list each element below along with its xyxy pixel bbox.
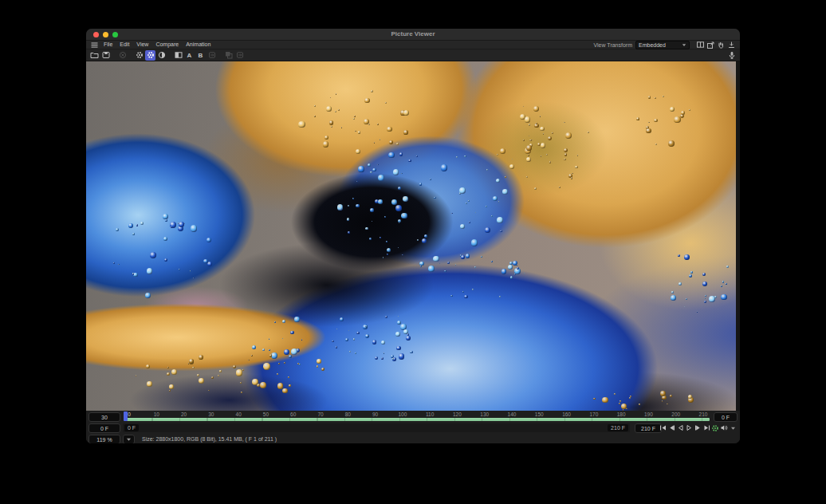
bubble: [564, 122, 565, 124]
view-transform-value: Embedded: [639, 42, 666, 48]
bubble: [399, 152, 403, 156]
menu-file[interactable]: File: [104, 41, 112, 49]
bubble: [549, 161, 552, 163]
bubble: [150, 252, 156, 258]
bubble: [481, 256, 482, 258]
current-frame-field[interactable]: 0 F: [714, 412, 738, 422]
split-view-icon[interactable]: [696, 41, 704, 49]
bubble: [671, 291, 674, 293]
menu-view[interactable]: View: [136, 41, 148, 49]
zoom-options-button[interactable]: [123, 435, 135, 443]
copy-a-icon: [225, 51, 233, 59]
step-back-button[interactable]: [667, 423, 675, 432]
microphone-icon: [728, 51, 736, 60]
bubble: [192, 367, 195, 369]
ruler-tick-label: 60: [290, 411, 296, 417]
bubble: [297, 363, 299, 364]
bubble: [396, 346, 400, 350]
bubble: [355, 352, 356, 354]
bubble: [392, 358, 394, 360]
download-icon[interactable]: [727, 41, 735, 49]
ruler-tick-label: 180: [617, 411, 626, 417]
picture-viewer-window: Picture Viewer File Edit View Compare An…: [86, 29, 740, 443]
range-start-field[interactable]: 0 F: [88, 423, 120, 433]
skip-to-end-icon: [703, 424, 710, 431]
bubble: [464, 295, 468, 299]
skip-to-start-button[interactable]: [659, 423, 667, 432]
bubble: [424, 234, 427, 238]
play-forward-button[interactable]: [685, 423, 693, 432]
bubble: [368, 124, 370, 125]
bubble: [278, 363, 280, 364]
bubble: [459, 187, 466, 194]
open-folder-button[interactable]: [89, 50, 100, 61]
bubble: [500, 230, 502, 232]
playback-options-button[interactable]: [729, 423, 737, 432]
channel-b-button[interactable]: B: [195, 50, 206, 61]
bubble: [451, 213, 453, 215]
ab-compare-button[interactable]: [173, 50, 183, 61]
chevron-down-icon: [730, 426, 736, 431]
sound-toggle-button[interactable]: [720, 423, 728, 432]
bubble: [401, 173, 403, 175]
bubble: [290, 331, 294, 335]
bubble: [348, 330, 350, 332]
range-end-marker[interactable]: 210 F: [608, 424, 628, 431]
menu-edit[interactable]: Edit: [120, 41, 129, 49]
menu-animation[interactable]: Animation: [186, 41, 210, 49]
bubble: [289, 384, 291, 387]
settings-gear-button[interactable]: [134, 50, 144, 61]
save-button[interactable]: [100, 50, 111, 61]
copy-b-icon: [236, 51, 244, 59]
bubble: [416, 156, 418, 157]
bubble: [291, 348, 297, 355]
range-end-field[interactable]: 210 F: [635, 423, 662, 433]
bubble: [372, 221, 373, 222]
bubble: [422, 238, 427, 243]
bubble: [365, 327, 367, 329]
timeline-ruler[interactable]: 0102030405060708090100110120130140150160…: [123, 411, 711, 422]
zoom-button[interactable]: [112, 32, 118, 37]
bubble: [704, 298, 706, 300]
bubble: [726, 283, 727, 285]
bubble: [271, 352, 277, 359]
skip-to-end-button[interactable]: [702, 423, 710, 432]
range-start-marker[interactable]: 0 F: [124, 424, 139, 431]
play-forward-icon: [686, 424, 693, 431]
view-transform-select[interactable]: Embedded: [635, 41, 690, 49]
bubble: [541, 143, 546, 148]
open-external-icon[interactable]: [706, 41, 714, 49]
menu-compare[interactable]: Compare: [155, 41, 179, 49]
bubble: [323, 141, 328, 147]
bubble: [348, 231, 350, 234]
framerate-field[interactable]: 30: [88, 412, 120, 422]
step-forward-button[interactable]: [694, 423, 702, 432]
loop-toggle-button[interactable]: [711, 423, 719, 432]
contrast-button[interactable]: [156, 50, 167, 61]
bubble: [380, 237, 381, 238]
settings-gear-active-button[interactable]: [145, 50, 155, 61]
bubble: [165, 219, 167, 221]
bubble: [433, 256, 439, 262]
preview-range-bar[interactable]: 0 F 210 F: [123, 423, 630, 432]
bubble: [193, 278, 195, 279]
bubble: [500, 148, 505, 154]
bubble: [497, 154, 498, 156]
bubble: [529, 124, 530, 125]
bubble: [403, 196, 408, 202]
zoom-level-field[interactable]: 119 %: [88, 435, 120, 443]
close-button[interactable]: [93, 32, 99, 37]
bubble: [263, 363, 269, 369]
bubble: [338, 109, 340, 111]
bubble: [240, 382, 242, 384]
bubble: [163, 237, 167, 241]
hamburger-menu-icon[interactable]: [91, 42, 98, 48]
hand-pan-icon[interactable]: [717, 41, 725, 49]
play-backward-button[interactable]: [676, 423, 684, 432]
bubble: [133, 273, 137, 277]
channel-a-button[interactable]: A: [184, 50, 195, 61]
bubble: [450, 295, 453, 297]
minimize-button[interactable]: [103, 32, 108, 37]
sound-record-button[interactable]: [726, 50, 737, 61]
bubble: [374, 142, 376, 144]
